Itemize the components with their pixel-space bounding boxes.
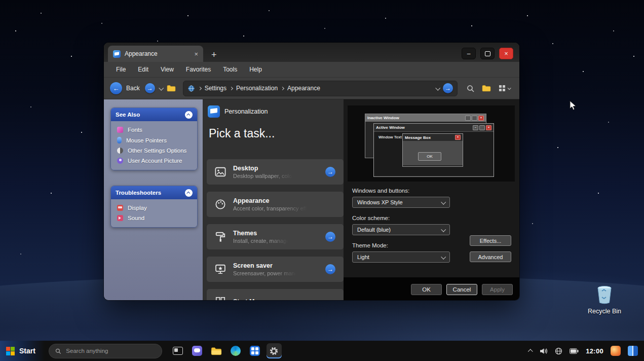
tab-close-icon[interactable]: × bbox=[194, 51, 198, 57]
sidebar-item-mouse-pointers[interactable]: Mouse Pointers bbox=[111, 135, 197, 146]
effects-button[interactable]: Effects... bbox=[470, 235, 511, 246]
theme-mode-select[interactable]: Light bbox=[352, 251, 450, 263]
address-bar[interactable]: Settings Personalization Appearance → bbox=[183, 81, 458, 96]
search-input[interactable] bbox=[65, 347, 156, 354]
apply-button[interactable]: Apply bbox=[482, 284, 513, 295]
task-go-button[interactable]: → bbox=[325, 264, 335, 274]
tray-expand-icon[interactable] bbox=[528, 349, 533, 354]
color-scheme-select[interactable]: Default (blue) bbox=[352, 224, 450, 235]
see-also-header[interactable]: See Also bbox=[111, 108, 197, 121]
menu-view[interactable]: View bbox=[161, 66, 174, 73]
menu-help[interactable]: Help bbox=[249, 66, 262, 73]
task-view-icon bbox=[173, 347, 183, 355]
task-go-button[interactable]: → bbox=[325, 167, 335, 177]
tray-app-orange-icon[interactable] bbox=[611, 346, 621, 356]
start-button[interactable]: Start bbox=[0, 341, 45, 361]
preview-ok-button: OK bbox=[418, 152, 441, 161]
tab-appearance[interactable]: Appearance × bbox=[108, 46, 203, 62]
task-start-menu[interactable]: Start Menu bbox=[207, 289, 344, 300]
task-themes[interactable]: Themes Install, create, manage → bbox=[207, 224, 344, 249]
battery-icon[interactable] bbox=[570, 348, 579, 354]
sidebar-item-label: Sound bbox=[128, 215, 144, 221]
folder-up-icon[interactable] bbox=[167, 85, 176, 92]
taskbar-clock[interactable]: 12:00 bbox=[586, 347, 603, 355]
menu-favorites[interactable]: Favorites bbox=[186, 66, 211, 73]
taskbar: Start 12:00 bbox=[0, 341, 644, 361]
settings-window: Appearance × + – × File Edit View Favori… bbox=[104, 43, 519, 300]
task-title: Appearance bbox=[233, 197, 309, 204]
task-subtitle: Accent color, transparency effect, bbox=[233, 205, 309, 211]
see-also-body: Fonts Mouse Pointers Other Settings Opti… bbox=[111, 121, 197, 170]
settings-app-button[interactable] bbox=[267, 343, 282, 358]
task-text: Themes Install, create, manage bbox=[233, 230, 289, 244]
views-button[interactable] bbox=[499, 85, 510, 92]
menu-file[interactable]: File bbox=[116, 66, 126, 73]
menu-edit[interactable]: Edit bbox=[138, 66, 148, 73]
task-text: Appearance Accent color, transparency ef… bbox=[233, 197, 309, 211]
tray-app-blue-icon[interactable] bbox=[628, 346, 638, 356]
sidebar-item-fonts[interactable]: Fonts bbox=[111, 125, 197, 135]
taskbar-search[interactable] bbox=[49, 344, 162, 358]
troubleshooters-collapse-button[interactable] bbox=[185, 189, 193, 197]
store-button[interactable] bbox=[247, 343, 262, 358]
taskbar-apps bbox=[170, 343, 282, 358]
task-appearance[interactable]: Appearance Accent color, transparency ef… bbox=[207, 192, 344, 217]
history-chevron-icon[interactable] bbox=[159, 85, 164, 90]
views-grid-icon bbox=[499, 85, 506, 92]
network-globe-icon[interactable] bbox=[555, 347, 562, 355]
sidebar-item-display[interactable]: Display bbox=[111, 203, 197, 213]
task-title: Themes bbox=[233, 230, 289, 237]
store-icon bbox=[250, 346, 260, 356]
folders-icon[interactable] bbox=[482, 85, 491, 92]
task-go-button[interactable]: → bbox=[325, 232, 335, 242]
new-tab-button[interactable]: + bbox=[211, 50, 217, 59]
sidebar-item-other-settings[interactable]: Other Settings Options bbox=[111, 146, 197, 156]
personalization-icon bbox=[208, 105, 220, 118]
preview-close-icon: × bbox=[486, 125, 491, 130]
preview-close-icon: × bbox=[455, 135, 461, 140]
close-button[interactable]: × bbox=[499, 48, 513, 59]
chevron-up-icon bbox=[186, 113, 190, 117]
address-dropdown-icon[interactable] bbox=[435, 85, 440, 90]
forward-button[interactable]: → bbox=[145, 83, 155, 93]
back-label: Back bbox=[126, 85, 140, 92]
maximize-button[interactable] bbox=[480, 48, 495, 59]
recycle-bin[interactable]: Recycle Bin bbox=[588, 284, 621, 315]
task-view-button[interactable] bbox=[170, 343, 185, 358]
crumb-separator-icon bbox=[230, 86, 233, 90]
task-title: Desktop bbox=[233, 165, 294, 172]
sound-icon bbox=[117, 215, 123, 221]
chat-app-button[interactable] bbox=[190, 343, 205, 358]
search-icon[interactable] bbox=[467, 85, 474, 92]
volume-icon[interactable] bbox=[540, 348, 548, 354]
crumb-separator-icon bbox=[198, 86, 202, 90]
window-controls: – × bbox=[462, 48, 513, 59]
sidebar-item-user-account-picture[interactable]: User Account Picture bbox=[111, 156, 197, 166]
menu-tools[interactable]: Tools bbox=[223, 66, 237, 73]
task-screen-saver[interactable]: Screen saver Screensaver, power mana → bbox=[207, 257, 344, 282]
ok-button[interactable]: OK bbox=[411, 284, 442, 295]
file-explorer-button[interactable] bbox=[209, 343, 224, 358]
task-desktop[interactable]: Desktop Desktop wallpaper, color → bbox=[207, 159, 344, 185]
see-also-collapse-button[interactable] bbox=[185, 111, 193, 119]
windows-and-buttons-label: Windows and buttons: bbox=[352, 188, 409, 194]
go-button[interactable]: → bbox=[443, 83, 453, 93]
menu-bar: File Edit View Favorites Tools Help bbox=[104, 62, 519, 78]
personalization-header: Personalization bbox=[208, 105, 268, 118]
sidebar-item-label: Display bbox=[128, 205, 147, 211]
minimize-button[interactable]: – bbox=[462, 48, 476, 59]
cancel-button[interactable]: Cancel bbox=[446, 284, 477, 295]
appearance-task-icon bbox=[214, 198, 227, 211]
sidebar-item-sound[interactable]: Sound bbox=[111, 213, 197, 223]
color-scheme-label: Color scheme: bbox=[352, 215, 390, 221]
advanced-button[interactable]: Advanced bbox=[470, 251, 511, 262]
chevron-up-icon bbox=[186, 191, 190, 195]
breadcrumb-appearance[interactable]: Appearance bbox=[287, 85, 320, 92]
troubleshooters-header[interactable]: Troubleshooters bbox=[111, 186, 197, 199]
breadcrumb-personalization[interactable]: Personalization bbox=[236, 85, 278, 92]
breadcrumb-settings[interactable]: Settings bbox=[205, 85, 226, 92]
browser-button[interactable] bbox=[228, 343, 243, 358]
windows-and-buttons-select[interactable]: Windows XP Style bbox=[352, 197, 450, 208]
back-button[interactable]: ← bbox=[110, 82, 122, 94]
chevron-down-icon bbox=[441, 227, 446, 232]
